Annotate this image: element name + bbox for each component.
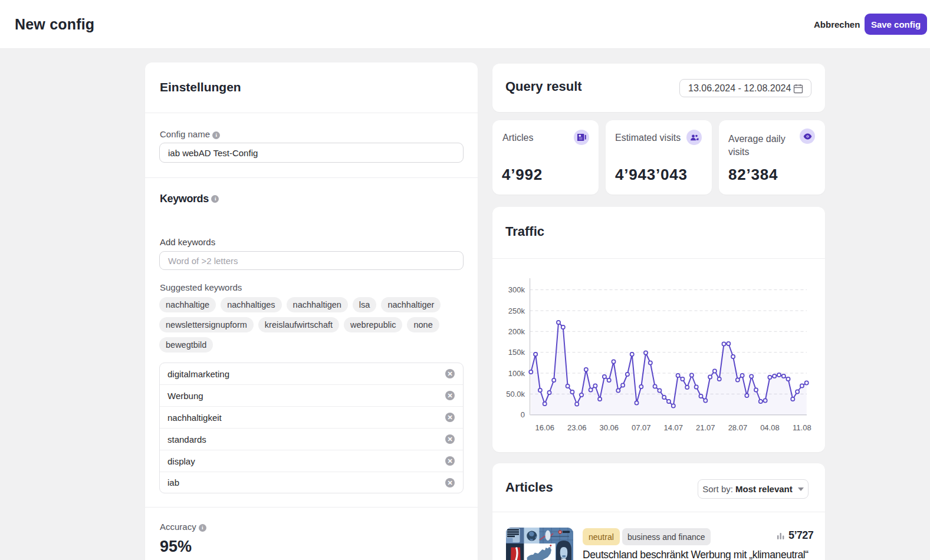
svg-text:150k: 150k	[508, 348, 525, 357]
svg-text:50.0k: 50.0k	[506, 390, 525, 398]
svg-text:11.08: 11.08	[793, 423, 811, 432]
svg-text:300k: 300k	[508, 285, 525, 294]
svg-text:30.06: 30.06	[600, 423, 619, 432]
svg-text:16.06: 16.06	[535, 423, 554, 432]
svg-text:04.08: 04.08	[760, 423, 780, 432]
svg-text:250k: 250k	[508, 307, 525, 315]
svg-text:14.07: 14.07	[664, 423, 683, 432]
svg-text:23.06: 23.06	[567, 423, 587, 432]
svg-text:0: 0	[521, 410, 525, 419]
svg-text:28.07: 28.07	[728, 423, 748, 432]
svg-text:200k: 200k	[508, 327, 525, 336]
svg-text:21.07: 21.07	[696, 423, 715, 432]
svg-text:100k: 100k	[508, 369, 525, 378]
svg-text:07.07: 07.07	[632, 423, 651, 432]
